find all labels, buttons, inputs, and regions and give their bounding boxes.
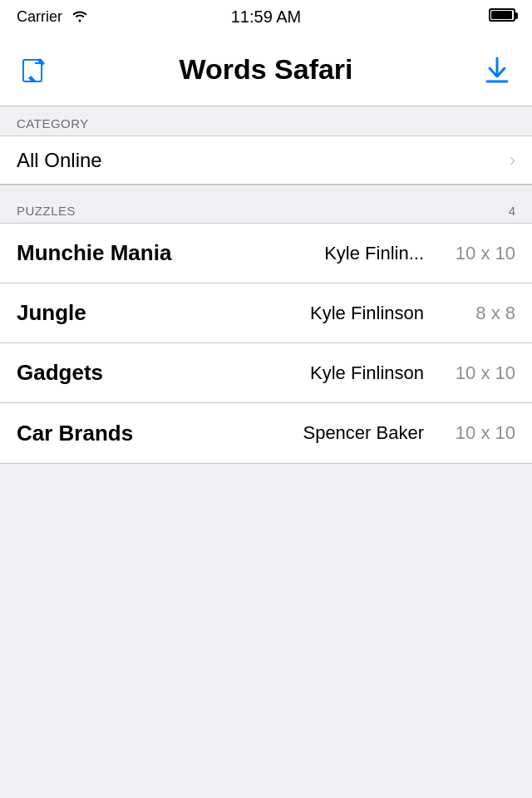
puzzle-size: 10 x 10 bbox=[441, 422, 515, 444]
battery-icon bbox=[489, 8, 515, 22]
status-left: Carrier bbox=[17, 7, 89, 27]
edit-button[interactable] bbox=[17, 52, 53, 88]
status-bar: Carrier 11:59 AM bbox=[0, 0, 532, 33]
puzzle-row[interactable]: JungleKyle Finlinson8 x 8 bbox=[0, 283, 532, 343]
puzzles-section-header: PUZZLES 4 bbox=[0, 194, 532, 223]
puzzle-author: Kyle Finlinson bbox=[183, 362, 441, 384]
puzzle-author: Spencer Baker bbox=[183, 422, 441, 444]
chevron-right-icon: › bbox=[510, 150, 515, 171]
carrier-label: Carrier bbox=[17, 8, 62, 26]
puzzle-name: Car Brands bbox=[17, 421, 183, 446]
puzzles-count: 4 bbox=[509, 204, 515, 218]
download-button[interactable] bbox=[479, 52, 515, 88]
puzzle-name: Gadgets bbox=[17, 360, 183, 386]
puzzle-name: Jungle bbox=[17, 300, 183, 326]
battery-container bbox=[489, 8, 515, 26]
puzzle-row[interactable]: Munchie ManiaKyle Finlin...10 x 10 bbox=[0, 224, 532, 283]
puzzle-name: Munchie Mania bbox=[17, 240, 183, 266]
category-section-label: CATEGORY bbox=[17, 116, 89, 131]
category-row-all-online[interactable]: All Online › bbox=[0, 136, 532, 185]
category-row-label: All Online bbox=[17, 149, 102, 172]
puzzle-row[interactable]: GadgetsKyle Finlinson10 x 10 bbox=[0, 343, 532, 403]
puzzle-row[interactable]: Car BrandsSpencer Baker10 x 10 bbox=[0, 403, 532, 463]
category-list: All Online › bbox=[0, 135, 532, 185]
puzzle-size: 10 x 10 bbox=[441, 243, 515, 264]
puzzle-author: Kyle Finlin... bbox=[183, 243, 441, 264]
puzzle-size: 10 x 10 bbox=[441, 362, 515, 384]
status-time: 11:59 AM bbox=[231, 7, 302, 27]
puzzle-size: 8 x 8 bbox=[441, 303, 515, 324]
nav-bar: Words Safari bbox=[0, 33, 532, 106]
puzzle-author: Kyle Finlinson bbox=[183, 303, 441, 324]
wifi-icon bbox=[71, 7, 89, 27]
section-gap bbox=[0, 185, 532, 194]
puzzles-section-label: PUZZLES bbox=[17, 204, 76, 218]
puzzles-list: Munchie ManiaKyle Finlin...10 x 10Jungle… bbox=[0, 223, 532, 464]
nav-title: Words Safari bbox=[179, 53, 352, 86]
category-section-header: CATEGORY bbox=[0, 106, 532, 135]
